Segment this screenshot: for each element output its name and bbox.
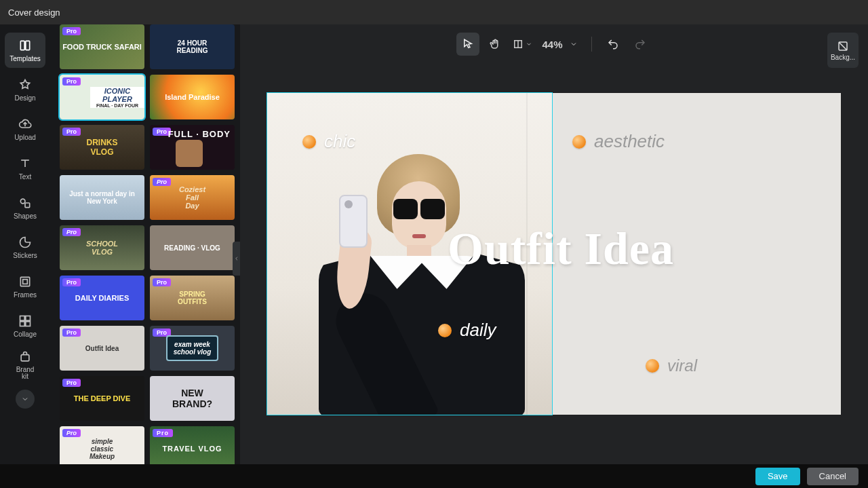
sidebar-item-text[interactable]: Text — [5, 151, 45, 186]
svg-rect-4 — [20, 277, 29, 286]
template-thumbnail[interactable]: ProDAILY DIARIES — [60, 276, 144, 320]
template-thumbnail[interactable]: Prosimple classic Makeup — [60, 426, 144, 464]
hand-icon — [489, 38, 501, 50]
pro-badge: Pro — [62, 77, 81, 86]
text-icon — [18, 157, 32, 170]
select-tool-button[interactable] — [456, 33, 479, 56]
collage-icon — [18, 314, 32, 328]
tag-viral[interactable]: viral — [646, 356, 697, 375]
svg-rect-5 — [23, 279, 28, 284]
pro-badge: Pro — [62, 278, 81, 286]
template-thumbnail[interactable]: ProTHE DEEP DIVE — [60, 376, 144, 421]
window-title: Cover design — [8, 7, 60, 18]
tag-label: daily — [460, 320, 496, 341]
template-text: SCHOOL VLOG — [83, 240, 121, 256]
svg-rect-0 — [20, 41, 24, 50]
template-text: ICONIC PLAYER — [90, 87, 144, 103]
tag-aesthetic[interactable]: aesthetic — [572, 131, 665, 152]
templates-icon — [18, 39, 32, 52]
sidebar-item-upload[interactable]: Upload — [5, 111, 45, 147]
main-area: Templates Design Upload Text Shapes Stic… — [0, 24, 868, 464]
sidebar-item-brand-kit[interactable]: Brand kit — [5, 348, 45, 383]
pro-badge: Pro — [153, 278, 171, 286]
chevron-down-icon — [526, 41, 532, 48]
crop-icon — [512, 38, 524, 50]
hand-tool-button[interactable] — [484, 33, 507, 56]
pro-badge: Pro — [153, 429, 173, 437]
background-icon — [837, 40, 849, 52]
template-thumbnail[interactable]: NEW BRAND? — [150, 376, 235, 421]
template-text: 24 HOUR READING — [174, 39, 210, 54]
template-text: Island Paradise — [162, 93, 222, 101]
chevron-down-icon — [21, 395, 29, 403]
sidebar-item-label: Brand kit — [16, 367, 35, 381]
sidebar-item-templates[interactable]: Templates — [5, 33, 45, 68]
template-thumbnail[interactable]: ProOutfit Idea — [60, 326, 144, 371]
template-text: DAILY DIARIES — [73, 294, 132, 302]
template-thumbnail[interactable]: ProICONIC PLAYERFINAL · DAY FOUR — [60, 75, 144, 119]
dot-icon — [646, 359, 659, 373]
sidebar-more-button[interactable] — [16, 390, 35, 409]
svg-rect-3 — [25, 203, 30, 208]
sidebar-item-label: Design — [14, 94, 35, 102]
template-thumbnail[interactable]: ProSPRING OUTFITS — [150, 276, 235, 320]
zoom-dropdown[interactable]: 44% — [538, 39, 581, 50]
background-panel-button[interactable]: Backg... — [827, 33, 859, 68]
template-thumbnail[interactable]: 24 HOUR READING — [150, 24, 235, 69]
tag-label: aesthetic — [594, 131, 665, 152]
sidebar-item-stickers[interactable]: Stickers — [5, 229, 45, 265]
template-thumbnail[interactable]: ProFOOD TRUCK SAFARI — [60, 24, 144, 69]
pro-badge: Pro — [62, 379, 81, 387]
canvas-area: 44% Backg... — [240, 24, 868, 464]
template-thumbnail[interactable]: ProSCHOOL VLOG — [60, 225, 144, 270]
templates-grid: ProFOOD TRUCK SAFARI24 HOUR READINGProIC… — [60, 24, 235, 464]
sidebar-item-label: Stickers — [13, 252, 37, 259]
design-canvas[interactable]: chic aesthetic daily viral Outfit Idea — [267, 93, 841, 415]
svg-rect-9 — [26, 321, 31, 326]
pro-badge: Pro — [153, 178, 171, 186]
save-button[interactable]: Save — [755, 468, 800, 485]
template-text: SPRING OUTFITS — [175, 290, 210, 305]
template-thumbnail[interactable]: ProDRINKS VLOG — [60, 125, 144, 170]
shapes-icon — [18, 196, 32, 210]
upload-icon — [18, 117, 32, 131]
template-thumbnail[interactable]: Proexam week school vlog — [150, 326, 235, 371]
chevron-down-icon — [570, 40, 578, 48]
tag-daily[interactable]: daily — [438, 320, 496, 341]
template-thumbnail[interactable]: ProCoziest Fall Day — [150, 175, 235, 220]
template-text: READING · VLOG — [161, 244, 223, 252]
tag-chic[interactable]: chic — [302, 131, 355, 152]
sidebar-item-label: Collage — [14, 331, 37, 338]
template-text: Outfit Idea — [83, 345, 121, 352]
stickers-icon — [18, 236, 32, 249]
sidebar-item-label: Templates — [9, 55, 41, 62]
cancel-button[interactable]: Cancel — [807, 468, 859, 485]
template-thumbnail[interactable]: ProFULL · BODY — [150, 125, 235, 170]
redo-icon — [634, 38, 646, 50]
cancel-label: Cancel — [819, 471, 846, 481]
undo-button[interactable] — [601, 33, 625, 56]
sidebar-item-frames[interactable]: Frames — [5, 269, 45, 304]
redo-button[interactable] — [629, 33, 652, 56]
design-icon — [18, 78, 32, 92]
sidebar-item-label: Frames — [14, 291, 37, 299]
panel-collapse-handle[interactable] — [233, 242, 240, 276]
template-thumbnail[interactable]: ProTRAVEL VLOG — [150, 426, 235, 464]
sidebar-item-collage[interactable]: Collage — [5, 308, 45, 343]
canvas-viewport[interactable]: chic aesthetic daily viral Outfit Idea — [240, 64, 868, 464]
pro-badge: Pro — [62, 228, 81, 236]
templates-panel[interactable]: ProFOOD TRUCK SAFARI24 HOUR READINGProIC… — [50, 24, 240, 464]
canvas-title-text[interactable]: Outfit Idea — [448, 222, 674, 276]
undo-icon — [607, 38, 619, 50]
template-text: THE DEEP DIVE — [71, 394, 134, 402]
template-thumbnail[interactable]: READING · VLOG — [150, 225, 235, 270]
template-thumbnail[interactable]: Just a normal day in New York — [60, 175, 144, 220]
template-thumbnail[interactable]: Island Paradise — [150, 75, 235, 119]
sidebar-item-label: Upload — [14, 134, 36, 141]
svg-rect-8 — [20, 321, 25, 326]
sidebar-item-design[interactable]: Design — [5, 72, 45, 107]
pro-badge: Pro — [62, 429, 81, 437]
svg-point-2 — [20, 199, 25, 204]
sidebar-item-shapes[interactable]: Shapes — [5, 190, 45, 225]
crop-tool-button[interactable] — [511, 33, 534, 56]
